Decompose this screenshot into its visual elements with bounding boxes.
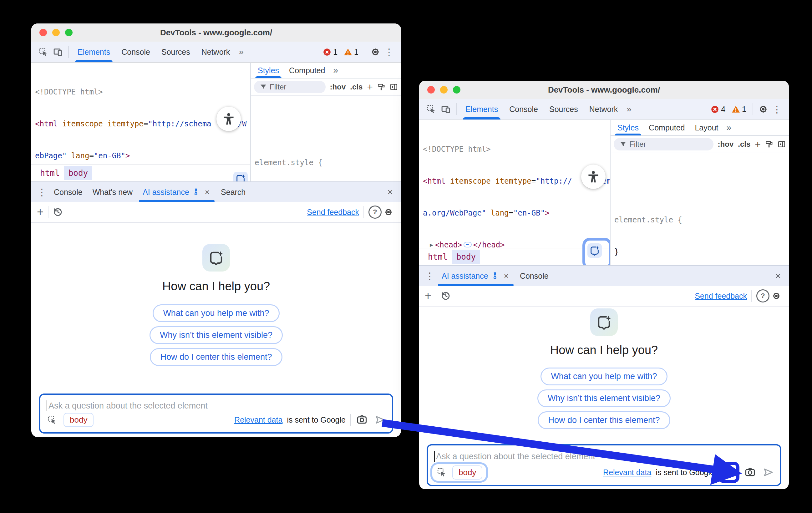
- tab-layout[interactable]: Layout: [690, 120, 723, 136]
- tab-styles[interactable]: Styles: [253, 63, 284, 78]
- send-feedback-link[interactable]: Send feedback: [307, 208, 359, 217]
- breadcrumb-item-html[interactable]: html: [424, 250, 452, 264]
- css-rule-element-style[interactable]: element.style {: [251, 158, 401, 168]
- tab-network[interactable]: Network: [196, 41, 236, 62]
- dock-panel-icon[interactable]: [778, 140, 786, 148]
- send-prompt-icon[interactable]: [761, 465, 775, 479]
- zoom-window-button[interactable]: [65, 29, 72, 36]
- toggle-hov-button[interactable]: :hov: [718, 140, 734, 149]
- drawer-tab-console[interactable]: Console: [515, 266, 554, 286]
- inspect-icon[interactable]: [424, 102, 438, 116]
- tab-console[interactable]: Console: [503, 99, 544, 119]
- ask-ai-button[interactable]: [233, 172, 248, 181]
- close-window-button[interactable]: [39, 29, 47, 36]
- relevant-data-link[interactable]: Relevant data: [234, 416, 283, 425]
- prompt-placeholder[interactable]: Ask a question about the selected elemen…: [434, 451, 595, 462]
- tab-computed[interactable]: Computed: [284, 63, 330, 78]
- suggestion-chip-2[interactable]: Why isn’t this element visible?: [538, 390, 671, 407]
- inspect-context-icon[interactable]: [435, 465, 448, 479]
- tab-elements[interactable]: Elements: [460, 99, 503, 119]
- dom-line-html-open2[interactable]: a.org/WebPage" lang="en-GB">: [419, 208, 610, 218]
- settings-gear-icon[interactable]: [756, 102, 770, 116]
- screenshot-camera-icon[interactable]: [355, 413, 369, 427]
- more-tabs-icon[interactable]: »: [330, 65, 341, 76]
- tab-sources[interactable]: Sources: [156, 41, 196, 62]
- suggestion-chip-2[interactable]: Why isn’t this element visible?: [149, 326, 283, 344]
- close-drawer-icon[interactable]: ×: [386, 187, 397, 197]
- zoom-window-button[interactable]: [453, 86, 460, 93]
- relevant-data-link[interactable]: Relevant data: [603, 468, 651, 477]
- prompt-placeholder[interactable]: Ask a question about the selected elemen…: [47, 400, 208, 411]
- more-tabs-icon[interactable]: »: [235, 47, 247, 57]
- filter-input[interactable]: Filter: [614, 138, 714, 150]
- history-icon[interactable]: [441, 291, 451, 301]
- warning-badge[interactable]: 1: [732, 105, 746, 114]
- paint-roller-icon[interactable]: [377, 83, 385, 91]
- tab-styles[interactable]: Styles: [612, 120, 644, 136]
- history-icon[interactable]: [53, 207, 63, 217]
- tab-console[interactable]: Console: [116, 41, 156, 62]
- send-prompt-icon[interactable]: [373, 413, 387, 427]
- dock-panel-icon[interactable]: [390, 83, 398, 91]
- toggle-cls-button[interactable]: .cls: [738, 140, 750, 149]
- new-style-rule-button[interactable]: +: [367, 81, 373, 93]
- device-toolbar-icon[interactable]: [438, 102, 453, 116]
- paint-roller-icon[interactable]: [765, 140, 773, 148]
- help-icon[interactable]: ?: [369, 205, 382, 219]
- device-toolbar-icon[interactable]: [51, 45, 65, 59]
- filter-input[interactable]: Filter: [254, 81, 326, 93]
- expand-arrow-icon[interactable]: ▶: [430, 241, 435, 248]
- tab-elements[interactable]: Elements: [72, 41, 116, 62]
- more-tabs-icon[interactable]: »: [723, 123, 735, 133]
- new-style-rule-button[interactable]: +: [755, 139, 761, 150]
- context-element-chip[interactable]: body: [63, 413, 93, 427]
- breadcrumb-item-body[interactable]: body: [452, 250, 481, 264]
- drawer-tab-console[interactable]: Console: [49, 182, 88, 202]
- minimize-window-button[interactable]: [440, 86, 447, 93]
- new-chat-button[interactable]: +: [425, 289, 431, 303]
- breadcrumb-item-body[interactable]: body: [64, 166, 93, 180]
- drawer-more-menu-icon[interactable]: ⋮: [35, 185, 49, 199]
- dom-line-html-open2[interactable]: ebPage" lang="en-GB">: [31, 150, 250, 161]
- add-image-icon[interactable]: [722, 465, 736, 479]
- ai-prompt-input[interactable]: Ask a question about the selected elemen…: [39, 394, 393, 433]
- inspect-context-icon[interactable]: [45, 413, 59, 427]
- css-rule-element-style[interactable]: element.style {: [611, 215, 789, 225]
- minimize-window-button[interactable]: [52, 29, 60, 36]
- ask-ai-button[interactable]: [587, 244, 602, 258]
- ai-prompt-input[interactable]: Ask a question about the selected elemen…: [427, 444, 781, 486]
- drawer-more-menu-icon[interactable]: ⋮: [423, 269, 437, 283]
- warning-badge[interactable]: 1: [344, 48, 358, 57]
- suggestion-chip-3[interactable]: How do I center this element?: [150, 348, 282, 366]
- suggestion-chip-1[interactable]: What can you help me with?: [153, 304, 279, 322]
- more-menu-icon[interactable]: ⋮: [770, 102, 784, 116]
- drawer-tab-search[interactable]: Search: [216, 182, 251, 202]
- inspect-icon[interactable]: [36, 45, 51, 59]
- help-icon[interactable]: ?: [756, 289, 770, 303]
- ellipsis-pill[interactable]: ⋯: [464, 242, 472, 248]
- new-chat-button[interactable]: +: [37, 205, 44, 219]
- tab-sources[interactable]: Sources: [544, 99, 584, 119]
- more-tabs-icon[interactable]: »: [624, 104, 635, 114]
- tab-network[interactable]: Network: [584, 99, 624, 119]
- screenshot-camera-icon[interactable]: [743, 465, 757, 479]
- tab-computed[interactable]: Computed: [644, 120, 690, 136]
- close-drawer-icon[interactable]: ×: [774, 270, 785, 281]
- close-tab-icon[interactable]: ×: [204, 188, 211, 197]
- send-feedback-link[interactable]: Send feedback: [695, 291, 747, 301]
- settings-gear-icon[interactable]: [369, 45, 382, 59]
- ai-settings-gear-icon[interactable]: [382, 205, 395, 219]
- close-tab-icon[interactable]: ×: [503, 271, 510, 281]
- breadcrumb-item-html[interactable]: html: [36, 166, 64, 180]
- dom-line-doctype[interactable]: <!DOCTYPE html>: [31, 87, 250, 97]
- ai-settings-gear-icon[interactable]: [770, 289, 783, 303]
- drawer-tab-ai-assistance[interactable]: AI assistance×: [437, 266, 515, 286]
- error-badge[interactable]: 4: [710, 105, 725, 114]
- context-element-chip[interactable]: body: [452, 465, 482, 480]
- dom-line-doctype[interactable]: <!DOCTYPE html>: [419, 144, 610, 154]
- suggestion-chip-3[interactable]: How do I center this element?: [538, 411, 670, 429]
- toggle-cls-button[interactable]: .cls: [350, 83, 362, 91]
- suggestion-chip-1[interactable]: What can you help me with?: [541, 368, 667, 386]
- drawer-tab-ai-assistance[interactable]: AI assistance×: [138, 182, 216, 202]
- close-window-button[interactable]: [427, 86, 435, 93]
